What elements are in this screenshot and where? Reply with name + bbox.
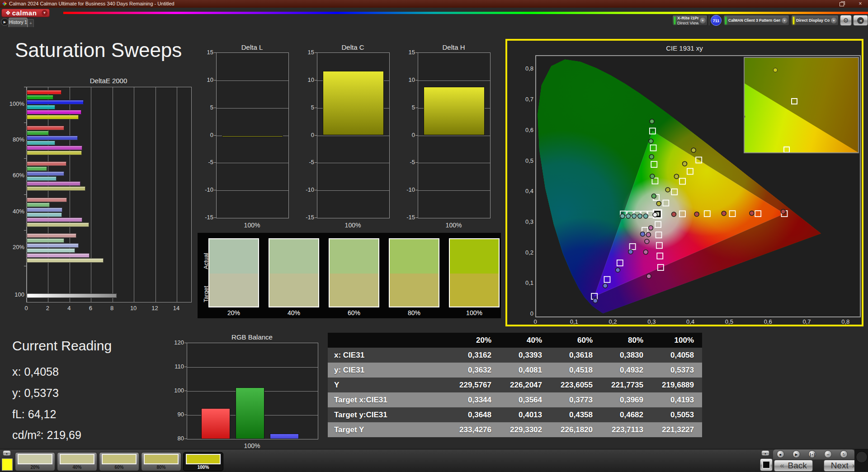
lch-value-bar — [323, 71, 384, 135]
deltae-group-label: 20% — [5, 244, 24, 250]
table-value-cell: 0,3344 — [449, 392, 500, 407]
lch-y-tick: 0 — [400, 132, 415, 138]
play-measure-button[interactable]: ▶ — [793, 450, 800, 458]
pattern-patch-40%[interactable]: 40% — [57, 452, 97, 471]
stop-pattern-button[interactable] — [760, 458, 773, 471]
lch-y-tick: 15 — [198, 49, 213, 56]
gridline — [187, 415, 318, 415]
axis-tick — [184, 391, 187, 391]
axis-tick — [24, 87, 26, 87]
chevron-down-icon[interactable]: ▼ — [831, 18, 837, 24]
axis-tick — [214, 80, 216, 80]
back-button[interactable]: « Back — [774, 460, 813, 472]
cie-x-tick: 0,4 — [683, 318, 698, 325]
deltae-bar-green — [27, 131, 49, 135]
lch-y-tick: -15 — [198, 214, 213, 221]
restore-icon — [840, 2, 844, 6]
deltae-x-tick: 6 — [85, 305, 96, 312]
lch-title: Delta L — [216, 43, 288, 51]
collapse-panel-button[interactable]: ◀ — [853, 15, 868, 26]
pattern-patch-20%[interactable]: 20% — [15, 452, 55, 471]
continuous-measure-button[interactable]: ∞ — [824, 450, 832, 458]
rgb-y-tick: 110 — [168, 363, 184, 370]
gridline — [418, 190, 490, 191]
lch-y-tick: 15 — [299, 49, 314, 56]
table-value-cell: 0,3162 — [449, 348, 500, 363]
actual-swatch — [450, 239, 499, 274]
deltae-bar-cyan — [27, 248, 75, 253]
chevron-down-icon[interactable]: ▼ — [42, 10, 47, 16]
pattern-patch-100%[interactable]: 100% — [183, 452, 223, 471]
rgb-y-tick: 120 — [168, 339, 184, 346]
display-control-dropdown[interactable]: Direct Display Control ▼ — [791, 15, 839, 26]
close-window-button[interactable]: × — [854, 0, 866, 7]
pattern-generator-dropdown[interactable]: CalMAN Client 3 Pattern Generator ▼ — [723, 15, 789, 26]
pattern-patch-80%[interactable]: 80% — [141, 452, 181, 471]
deltae-bar-green — [27, 238, 64, 243]
axis-tick — [214, 108, 216, 108]
axis-tick — [214, 162, 216, 163]
table-value-cell: 233,4276 — [449, 422, 500, 437]
deltae-x-tick: 4 — [64, 305, 75, 312]
axis-tick — [214, 217, 216, 218]
calman-menu-button[interactable]: ❖ calman ▼ — [1, 9, 50, 17]
reading-fl: fL: 64,12 — [12, 408, 56, 421]
corner-knob[interactable] — [856, 451, 868, 463]
gridline — [217, 163, 288, 163]
rgb-plot-area — [187, 343, 318, 439]
rainbow-divider — [63, 12, 868, 14]
patch-swatch — [186, 454, 221, 464]
table-value-cell: 0,3564 — [500, 392, 550, 407]
single-measure-button[interactable]: ❙▪❙ — [808, 450, 816, 458]
table-value-cell: 0,5053 — [651, 407, 702, 422]
deltae-bar-blue — [27, 171, 64, 176]
cie-y-tick: 0,3 — [520, 218, 533, 225]
patch-swatch — [144, 454, 179, 464]
rgb-y-tick: 80 — [168, 435, 184, 442]
expand-controls-button[interactable]: ▲ — [761, 450, 769, 456]
deltae-bar-blue — [27, 243, 79, 248]
chevron-down-icon[interactable]: ▼ — [782, 18, 788, 24]
lch-y-tick: 15 — [400, 49, 415, 56]
loop-measure-button[interactable]: ↻ — [840, 450, 848, 458]
expand-patch-panel-button[interactable]: ▲ — [3, 450, 11, 456]
target-swatch — [450, 274, 499, 307]
table-value-cell: 0,4518 — [550, 363, 601, 378]
patch-label: 40% — [57, 465, 97, 470]
axis-tick — [184, 415, 187, 415]
add-tab-button[interactable]: + — [28, 19, 34, 27]
meter-dropdown[interactable]: X-Rite i1Pro 3 Direct View ▼ — [672, 15, 708, 26]
table-value-cell: 0,3393 — [500, 348, 550, 363]
tab-history-1[interactable]: History 1 — [9, 18, 28, 27]
chevron-down-icon[interactable]: ▼ — [700, 18, 706, 24]
table-value-cell: 221,3227 — [651, 422, 702, 437]
cie-x-tick: 0,8 — [838, 318, 853, 325]
table-header-100%: 100% — [651, 333, 702, 348]
deltae-bar-yellow — [27, 222, 89, 227]
meter-status-bar — [674, 17, 675, 24]
actual-swatch — [209, 239, 258, 274]
lch-y-tick: 10 — [198, 76, 213, 83]
saturation-data-table: 20%40%60%80%100%x: CIE310,31620,33930,36… — [328, 333, 702, 437]
tab-scroll-button[interactable]: ▶ — [1, 18, 9, 26]
window-title: Calman 2024 Calman Ultimate for Business… — [9, 1, 175, 6]
axis-tick — [24, 194, 26, 195]
table-value-cell: 0,4358 — [550, 407, 601, 422]
meter-count-badge[interactable]: 711 — [711, 15, 722, 26]
restore-window-button[interactable] — [836, 0, 848, 7]
deltae-bar-yellow — [27, 186, 85, 191]
deltae-bar-cyan — [27, 176, 57, 181]
lch-plot-area — [418, 52, 491, 218]
pattern-patch-60%[interactable]: 60% — [99, 452, 139, 471]
gridline — [187, 367, 318, 368]
lch-y-tick: -5 — [400, 159, 415, 165]
cie-inset-target-square — [791, 98, 797, 104]
gridline — [70, 87, 70, 302]
deltae-bar-red — [27, 90, 61, 94]
patch-label: 20% — [15, 465, 55, 470]
deltae-x-tick: 8 — [107, 305, 118, 312]
settings-button[interactable]: ⚙ — [840, 15, 852, 26]
meter-name: X-Rite i1Pro 3 — [677, 15, 698, 20]
stop-measure-button[interactable]: ■ — [777, 450, 784, 458]
axis-tick — [184, 367, 187, 367]
